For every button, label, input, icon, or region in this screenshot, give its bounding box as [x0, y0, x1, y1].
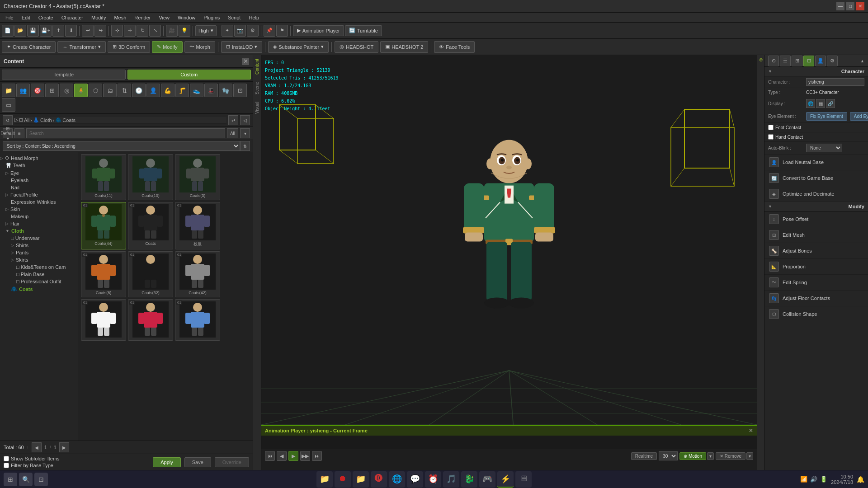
page-next-btn[interactable]: ▶ [59, 442, 69, 452]
tree-shirts[interactable]: ▷Shirts [0, 242, 79, 249]
target-icon-btn[interactable]: 🎯 [31, 84, 44, 97]
add-eye-btn[interactable]: Add Eye Ele... [850, 112, 868, 121]
tree-plainbase[interactable]: □ Plain Base [0, 271, 79, 278]
menu-character[interactable]: Character [58, 14, 87, 21]
r-icon-3[interactable]: ⊞ [792, 56, 802, 66]
tree-skin[interactable]: ▷Skin [0, 206, 79, 213]
open-btn[interactable]: 📂 [14, 25, 26, 37]
person-icon-btn[interactable]: 🧍 [74, 84, 88, 97]
display-btn2[interactable]: ▦ [816, 99, 825, 108]
tree-cloth[interactable]: ▼Cloth [0, 227, 79, 235]
tree-skirts[interactable]: ▷Skirts [0, 256, 79, 263]
side-tab-content[interactable]: Content [254, 55, 260, 78]
search-task-btn[interactable]: 🔍 [19, 473, 33, 486]
tree-hair[interactable]: ▷Hair [0, 220, 79, 227]
tree-coats[interactable]: 🧥Coats [0, 285, 79, 293]
menu-window[interactable]: Window [174, 14, 199, 21]
clock-icon-btn[interactable]: 🕐 [132, 84, 146, 97]
menu-render[interactable]: Render [131, 14, 154, 21]
breadcrumb-all[interactable]: ▷ [14, 117, 18, 123]
save-tb-btn[interactable]: 💾 [27, 25, 39, 37]
morph-btn[interactable]: 〜 Morph [184, 41, 215, 53]
saveas-btn[interactable]: 💾+ [40, 25, 52, 37]
taskapp-clock[interactable]: ⏰ [425, 471, 441, 488]
tree-nail[interactable]: Nail [0, 184, 79, 191]
folder-icon-btn[interactable]: 📁 [2, 84, 15, 97]
r-icon-2[interactable]: ☰ [780, 56, 791, 66]
save-btn[interactable]: Save [184, 457, 211, 467]
r-icon-4[interactable]: ⊡ [803, 56, 814, 66]
face-tools-btn[interactable]: 👁 Face Tools [434, 41, 475, 53]
taskapp-ic4[interactable]: ⚡ [497, 471, 514, 488]
glove-icon-btn[interactable]: 🧤 [219, 84, 232, 97]
shoes-icon-btn[interactable]: 👟 [190, 84, 203, 97]
collision-shape-btn[interactable]: ⬡ Collision Shape [764, 306, 868, 322]
anim-skip-start-btn[interactable]: ⏮ [265, 451, 275, 461]
animation-player-btn[interactable]: ▶ Animation Player [293, 25, 344, 36]
transformer-btn[interactable]: ↔ Transformer ▾ [57, 41, 106, 53]
anim-timeline[interactable] [261, 436, 757, 449]
sort-select[interactable]: Sort by : Content Size : Ascending [3, 141, 240, 151]
menu-modify[interactable]: Modify [88, 14, 109, 21]
convert-game-btn[interactable]: 🔄 Convert to Game Base [764, 170, 868, 186]
override-btn[interactable]: Override [215, 457, 249, 467]
sort-toggle-btn[interactable]: ⇅ [240, 141, 250, 151]
tree-head-morph[interactable]: ▷⊙Head Morph [0, 154, 79, 162]
grid-item-r3c2[interactable]: 01 [128, 299, 173, 341]
export-btn[interactable]: ⬆ [52, 25, 64, 37]
notification-icon[interactable]: 🔔 [857, 476, 864, 483]
adjust-bones-btn[interactable]: 🦴 Adjust Bones [764, 243, 868, 259]
anim-realtime-btn[interactable]: Realtime [631, 452, 657, 460]
instalod-btn[interactable]: ⊡ InstaLOD ▾ [221, 41, 262, 53]
screenshot-btn[interactable]: 📷 [234, 25, 246, 37]
undo-btn[interactable]: ↩ [82, 25, 94, 37]
tree-makeup[interactable]: Makeup [0, 213, 79, 220]
r-icon-1[interactable]: ⊙ [768, 56, 779, 66]
taskapp-files[interactable]: 📁 [353, 471, 369, 488]
grid-item-uniform[interactable]: 01 校服 [175, 202, 220, 249]
new-btn[interactable]: 📄 [2, 25, 14, 37]
motion-dropdown-btn[interactable]: ▾ [707, 452, 714, 460]
tree-eyelash[interactable]: Eyelash [0, 177, 79, 184]
hat-icon-btn[interactable]: 🎩 [204, 84, 218, 97]
menu-plugins[interactable]: Plugins [200, 14, 223, 21]
taskapp-cc4[interactable]: 🎮 [479, 471, 495, 488]
legs-icon-btn[interactable]: 🦵 [175, 84, 189, 97]
grid-item-coats32[interactable]: 01 Coats(32) [128, 251, 173, 297]
character-section-header[interactable]: ▼ Character [764, 67, 868, 76]
tree-pants[interactable]: ▷Pants [0, 249, 79, 256]
page-prev-btn[interactable]: ◀ [32, 442, 42, 452]
grid-item-coats42[interactable]: 01 Coats(42) [175, 251, 220, 297]
quality-dropdown[interactable]: High ▾ [195, 25, 217, 36]
taskapp-chrome[interactable]: 🌐 [389, 471, 405, 488]
tree-eye[interactable]: ▷Eye [0, 169, 79, 177]
anim-skip-end-btn[interactable]: ⏭ [312, 451, 322, 461]
taskview-btn[interactable]: ⊡ [34, 473, 48, 486]
anim-close-btn[interactable]: ✕ [749, 427, 753, 434]
create-character-btn[interactable]: ✦ Create Character [2, 41, 56, 53]
refresh-btn[interactable]: ↺ [3, 115, 13, 125]
grid-item-coats11[interactable]: Coats(11) [81, 154, 126, 200]
auto-blink-select[interactable]: None [806, 144, 842, 152]
breadcrumb-all-text[interactable]: All [24, 117, 29, 123]
viewport[interactable]: FPS : 0 Project Triangle : 52139 Selecte… [261, 55, 757, 470]
display-btn1[interactable]: 🌐 [806, 99, 815, 108]
maximize-button[interactable]: □ [846, 2, 854, 10]
anim-next-btn[interactable]: ▶▶ [300, 451, 310, 461]
grid-icon-btn[interactable]: ⊞ [45, 84, 59, 97]
foot-contact-checkbox[interactable] [768, 125, 774, 130]
prop-icon-btn[interactable]: ⊡ [233, 84, 247, 97]
taskapp-explorer[interactable]: 📁 [316, 471, 333, 488]
shape-icon-btn[interactable]: ⬡ [89, 84, 102, 97]
search-input[interactable] [26, 128, 225, 138]
import-btn[interactable]: ⬇ [65, 25, 77, 37]
side-tab-scene[interactable]: Scene [254, 78, 260, 98]
edit-mesh-btn[interactable]: ⊡ Edit Mesh [764, 227, 868, 243]
load-neutral-btn[interactable]: 👤 Load Neutral Base [764, 155, 868, 170]
grid-item-coats[interactable]: 01 Coats [128, 202, 173, 249]
extra-icon-btn[interactable]: ▭ [2, 98, 15, 112]
head-icon-btn[interactable]: 👤 [146, 84, 160, 97]
r-icon-6[interactable]: ⚙ [827, 56, 838, 66]
menu-script[interactable]: Script [224, 14, 244, 21]
remove-btn[interactable]: ✕ Remove [716, 452, 745, 460]
